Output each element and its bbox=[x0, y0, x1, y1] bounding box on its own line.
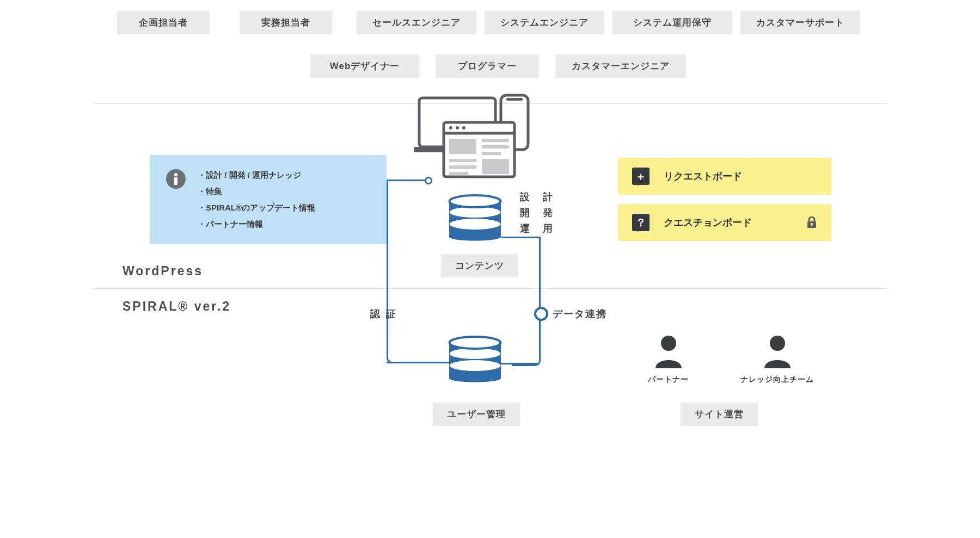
request-board-card: ＋ リクエストボード bbox=[618, 158, 831, 195]
svg-rect-5 bbox=[506, 98, 523, 101]
request-board-label: リクエストボード bbox=[664, 170, 742, 183]
section-spiral: SPIRAL® ver.2 bbox=[122, 299, 231, 314]
role-tag: カスタマーエンジニア bbox=[555, 54, 686, 78]
devices-icon bbox=[414, 92, 534, 182]
role-tag: Webデザイナー bbox=[310, 54, 419, 78]
role-tag: カスタマーサポート bbox=[740, 11, 860, 34]
svg-rect-11 bbox=[449, 139, 476, 154]
diagram-canvas: 企画担当者 実務担当者 セールスエンジニア システムエンジニア システム運用保守… bbox=[82, 0, 898, 446]
info-icon bbox=[166, 169, 186, 189]
flow-line-right-b bbox=[501, 363, 539, 364]
role-tag: システムエンジニア bbox=[485, 11, 604, 34]
plus-bubble-icon: ＋ bbox=[632, 168, 650, 185]
svg-point-20 bbox=[450, 219, 501, 230]
role-tag: 実務担当者 bbox=[240, 11, 332, 34]
question-board-card: ？ クエスチョンボード bbox=[618, 204, 831, 241]
role-tag: プログラマー bbox=[436, 54, 539, 78]
divider-mid bbox=[93, 288, 887, 289]
info-item: パートナー情報 bbox=[198, 216, 315, 232]
site-ops-label: サイト運営 bbox=[681, 403, 758, 426]
ddo-item: 設 計 bbox=[520, 189, 554, 205]
role-tag: システム運用保守 bbox=[612, 11, 732, 34]
svg-point-8 bbox=[449, 126, 452, 129]
info-panel: 設計 / 開発 / 運用ナレッジ 特集 SPIRAL®のアップデート情報 パート… bbox=[150, 155, 387, 244]
person-team-label: ナレッジ向上チーム bbox=[740, 375, 814, 385]
section-wordpress: WordPress bbox=[122, 264, 203, 279]
contents-label: コンテンツ bbox=[441, 254, 518, 277]
datalink-label: データ連携 bbox=[553, 307, 607, 320]
info-item: 特集 bbox=[198, 183, 315, 200]
svg-rect-27 bbox=[811, 224, 812, 226]
auth-label: 認 証 bbox=[370, 307, 397, 320]
ddo-item: 開 発 bbox=[520, 205, 554, 221]
svg-point-23 bbox=[450, 360, 501, 371]
ddo-item: 運 用 bbox=[520, 221, 554, 237]
svg-rect-15 bbox=[482, 159, 509, 174]
role-tag: 企画担当者 bbox=[117, 11, 210, 34]
database-user-icon bbox=[446, 335, 504, 386]
flow-line-right-h bbox=[501, 237, 539, 238]
info-item: SPIRAL®のアップデート情報 bbox=[198, 200, 315, 216]
svg-point-0 bbox=[174, 173, 177, 176]
person-partner-label: パートナー bbox=[648, 375, 689, 385]
ddo-labels: 設 計 開 発 運 用 bbox=[520, 189, 554, 236]
svg-point-24 bbox=[450, 337, 501, 349]
user-mgmt-label: ユーザー管理 bbox=[433, 403, 520, 426]
role-tag: セールスエンジニア bbox=[357, 11, 476, 34]
question-board-label: クエスチョンボード bbox=[664, 216, 752, 229]
svg-point-9 bbox=[456, 126, 459, 129]
flow-ring bbox=[534, 307, 548, 321]
svg-point-29 bbox=[770, 336, 785, 351]
svg-point-21 bbox=[450, 195, 501, 207]
person-partner: パートナー bbox=[648, 335, 689, 385]
flow-line-left-h bbox=[387, 180, 425, 181]
lock-icon bbox=[806, 217, 817, 228]
database-contents-icon bbox=[446, 193, 504, 245]
flow-line-left-b bbox=[387, 362, 449, 363]
info-list: 設計 / 開発 / 運用ナレッジ 特集 SPIRAL®のアップデート情報 パート… bbox=[198, 167, 315, 232]
info-item: 設計 / 開発 / 運用ナレッジ bbox=[198, 167, 315, 183]
svg-point-10 bbox=[462, 126, 465, 129]
svg-rect-1 bbox=[174, 177, 177, 185]
person-team: ナレッジ向上チーム bbox=[740, 335, 814, 385]
question-bubble-icon: ？ bbox=[632, 214, 650, 231]
flow-line-left bbox=[387, 180, 426, 363]
svg-point-28 bbox=[661, 336, 676, 351]
